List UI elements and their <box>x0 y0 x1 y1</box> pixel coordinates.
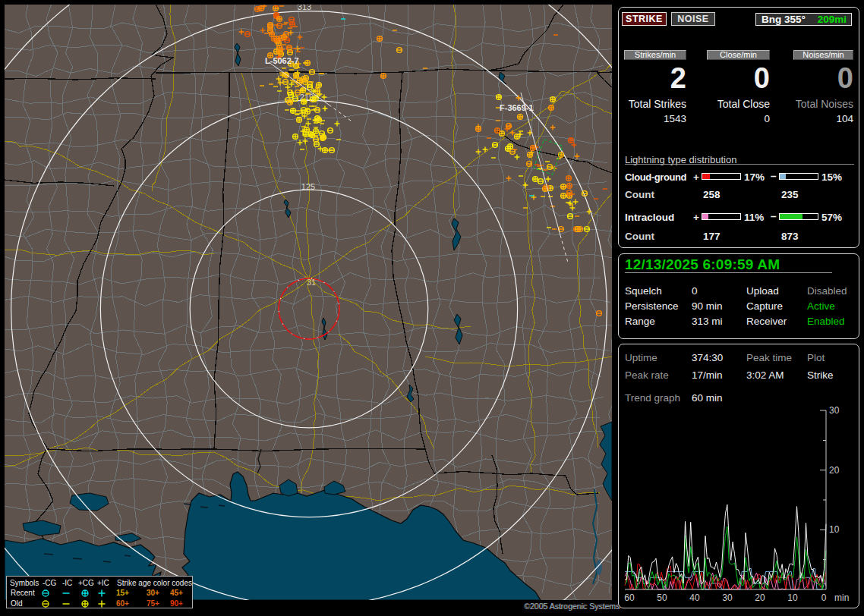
svg-text:30: 30 <box>829 406 840 416</box>
svg-text:min: min <box>834 592 849 603</box>
svg-text:F-3669-1: F-3669-1 <box>500 103 534 112</box>
svg-text:40: 40 <box>689 592 700 603</box>
svg-text:20: 20 <box>755 592 765 603</box>
svg-text:60: 60 <box>624 592 635 603</box>
svg-text:31: 31 <box>307 278 316 287</box>
svg-text:50: 50 <box>657 592 667 603</box>
svg-text:30: 30 <box>722 592 733 603</box>
svg-text:10: 10 <box>829 524 840 535</box>
svg-text:125: 125 <box>301 182 315 191</box>
svg-text:10: 10 <box>787 592 798 603</box>
svg-text:313: 313 <box>298 5 311 11</box>
svg-text:L-5062-7: L-5062-7 <box>265 56 299 65</box>
svg-text:20: 20 <box>829 465 840 476</box>
svg-text:0: 0 <box>821 592 827 603</box>
